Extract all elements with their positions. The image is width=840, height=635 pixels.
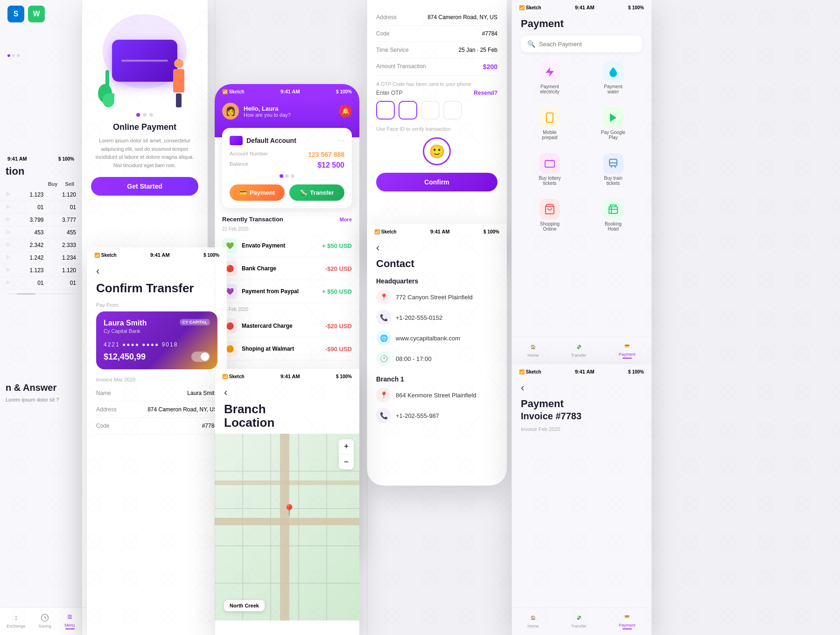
nav-saving[interactable]: Saving xyxy=(38,613,51,628)
google-play-icon xyxy=(603,107,623,128)
txn-mastercard: 🔴 Mastercard Charge -$20 USD xyxy=(222,315,352,338)
payment-mobile[interactable]: Mobileprepaid xyxy=(521,104,579,144)
location-label: North Creek xyxy=(224,600,265,611)
phone-contact: 📶 Sketch 9:41 AM $ 100% ‹ Contact Headqu… xyxy=(367,224,507,486)
location-icon: 📍 xyxy=(376,289,391,304)
contact-title: Contact xyxy=(376,258,497,270)
code-label-p5: Code xyxy=(96,423,110,429)
envato-amount: + $50 USD xyxy=(322,242,352,249)
bank-amount: -$20 USD xyxy=(325,265,352,272)
hq-address: 📍 772 Canyon Street Plainfield xyxy=(376,289,497,304)
lottery-label: Buy lotterytickets xyxy=(539,176,560,186)
hq-phone: 📞 +1-202-555-0152 xyxy=(376,310,497,325)
zoom-in-button[interactable]: + xyxy=(339,439,354,454)
status-signal-p3: 📶 Sketch xyxy=(222,89,245,94)
svg-marker-14 xyxy=(610,113,616,122)
back-button-p6[interactable]: ‹ xyxy=(376,242,497,254)
otp-box-4[interactable] xyxy=(443,101,462,120)
nav9-home[interactable]: 🏠Home xyxy=(528,613,539,628)
account-label: Account Number xyxy=(230,151,268,158)
nav-exchange[interactable]: ↕ Exchange xyxy=(7,613,25,628)
zoom-out-button[interactable]: − xyxy=(339,454,354,469)
date1: 22 Feb 2020 xyxy=(222,226,352,232)
nav-menu[interactable]: ≡ Menu xyxy=(64,612,75,629)
svg-rect-23 xyxy=(609,207,617,213)
svg-rect-15 xyxy=(545,161,554,167)
nav9-payment[interactable]: 💳 Payment xyxy=(619,612,636,629)
otp-box-1[interactable] xyxy=(376,101,395,120)
nav8-transfer[interactable]: 💸Transfer xyxy=(571,342,587,358)
transfer-button[interactable]: 💸 Transfer xyxy=(289,184,344,201)
electricity-icon xyxy=(539,62,560,82)
txn-walmart: 🟠 Shoping at Walmart -$90 USD xyxy=(222,338,352,360)
phone-icon: 📞 xyxy=(376,310,391,325)
train-label: Buy traintickets xyxy=(604,176,622,186)
notification-icon[interactable]: 🔔 xyxy=(339,105,352,118)
bank-name: Cy Capital Bank xyxy=(104,328,147,334)
toggle-switch[interactable] xyxy=(191,352,210,362)
invoice-date: Invoice Mar 2020 xyxy=(96,377,217,382)
payment-google[interactable]: Pay GooglePlay xyxy=(584,104,642,144)
payment-shopping[interactable]: ShoppingOnline xyxy=(521,195,579,235)
hq-phone-text: +1-202-555-0152 xyxy=(396,314,442,321)
account-number: 123 567 888 xyxy=(308,151,344,158)
paypal-amount: + $50 USD xyxy=(322,288,352,295)
more-options-icon[interactable]: ··· xyxy=(337,135,344,145)
pay-from-label: Pay From xyxy=(96,302,217,308)
nav8-home[interactable]: 🏠Home xyxy=(528,342,539,358)
code-label: Code xyxy=(376,30,390,37)
search-input[interactable] xyxy=(539,41,636,48)
payment-button[interactable]: 💳 Payment xyxy=(230,184,285,201)
skype-icon[interactable]: S xyxy=(7,6,24,22)
otp-box-3[interactable] xyxy=(421,101,440,120)
address-label: Address xyxy=(376,14,397,21)
phone-confirm-transfer: 📶 Sketch 9:41 AM $ 100% ‹ Confirm Transf… xyxy=(87,247,227,635)
get-started-button[interactable]: Get Started xyxy=(91,177,198,196)
payment-train[interactable]: Buy traintickets xyxy=(584,149,642,190)
time-service-value: 25 Jan · 25 Feb xyxy=(459,47,497,53)
whatsapp-icon[interactable]: W xyxy=(28,6,45,22)
mastercard-amount: -$20 USD xyxy=(325,323,352,330)
balance-value: $12 500 xyxy=(317,161,344,169)
payment-lottery[interactable]: Buy lotterytickets xyxy=(521,149,579,190)
search-icon-p8: 🔍 xyxy=(527,40,535,48)
branch-phone-text: +1-202-555-987 xyxy=(396,412,439,419)
branch-title: Branch Location xyxy=(224,402,350,429)
phone-transfer-otp: Address 874 Cameron Road, NY, US Code #7… xyxy=(367,0,507,261)
confirm-transfer-title: Confirm Transfer xyxy=(96,281,217,296)
svg-rect-24 xyxy=(610,205,616,207)
otp-input-label: Enter OTP xyxy=(376,90,403,96)
water-label: Paymentwater xyxy=(604,84,622,94)
branch-location-icon: 📍 xyxy=(376,388,391,402)
back-button-p7[interactable]: ‹ xyxy=(224,387,350,399)
otp-box-2[interactable] xyxy=(399,101,417,120)
hotel-icon xyxy=(603,199,623,219)
nav8-payment[interactable]: 💳 Payment xyxy=(619,341,636,359)
txn-bank: 🔴 Bank Charge -$20 USD xyxy=(222,257,352,280)
water-icon xyxy=(603,62,623,82)
nav9-transfer[interactable]: 💸Transfer xyxy=(571,613,587,628)
confirm-button[interactable]: Confirm xyxy=(376,173,497,191)
payment-hotel[interactable]: BookingHotel xyxy=(584,195,642,235)
payment-electricity[interactable]: Paymentelectricity xyxy=(521,58,579,98)
back-button-p5[interactable]: ‹ xyxy=(96,265,217,277)
svg-rect-9 xyxy=(215,518,359,525)
onboarding-body: Lorem ipsum dolor sit amet, consectetur … xyxy=(91,137,198,169)
branch-phone: 📞 +1-202-555-987 xyxy=(376,408,497,423)
code-value: #7784 xyxy=(482,30,497,37)
more-link[interactable]: More xyxy=(340,217,352,222)
hq-address-text: 772 Canyon Street Plainfield xyxy=(396,294,473,301)
hq-hours-text: 08:00 - 17:00 xyxy=(396,355,432,362)
payment-water[interactable]: Paymentwater xyxy=(584,58,642,98)
back-button-p9[interactable]: ‹ xyxy=(521,382,642,394)
svg-rect-8 xyxy=(280,434,289,621)
svg-rect-10 xyxy=(215,480,359,485)
bank-tag: CY CAPITAL xyxy=(180,319,210,325)
face-id-icon[interactable]: 🙂 xyxy=(423,137,451,165)
txn-paypal: 💜 Payment from Paypal + $50 USD xyxy=(222,280,352,303)
address-label-p5: Address xyxy=(96,406,117,413)
amount-value: $200 xyxy=(483,63,497,71)
resend-link[interactable]: Resend? xyxy=(474,90,497,96)
status-battery-p3: $ 100% xyxy=(336,89,352,94)
shopping-label: ShoppingOnline xyxy=(540,221,560,232)
